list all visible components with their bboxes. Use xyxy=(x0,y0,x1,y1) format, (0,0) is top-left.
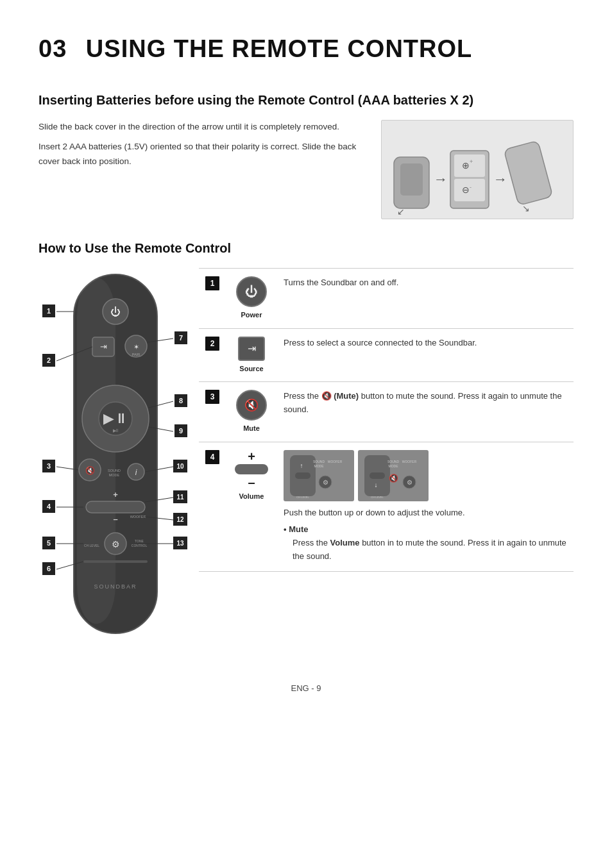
battery-section: Inserting Batteries before using the Rem… xyxy=(38,90,574,219)
svg-text:CONTROL: CONTROL xyxy=(132,544,148,547)
svg-text:⊕: ⊕ xyxy=(462,160,470,171)
svg-text:⊖: ⊖ xyxy=(462,185,470,195)
table-row-volume: 4 + – Volume xyxy=(199,442,574,571)
power-description: Turns the Soundbar on and off. xyxy=(277,269,574,329)
source-button-icon: ⇥ xyxy=(238,337,265,361)
svg-text:WOOFER: WOOFER xyxy=(328,460,343,463)
row-number-2: 2 xyxy=(205,337,219,351)
svg-text:⇥: ⇥ xyxy=(100,342,107,351)
svg-text:12: 12 xyxy=(176,516,184,523)
volume-minus-icon: – xyxy=(248,476,255,488)
svg-rect-34 xyxy=(86,501,145,513)
volume-desc-text: Push the button up or down to adjust the… xyxy=(284,508,465,517)
svg-text:9: 9 xyxy=(179,427,183,435)
svg-text:8: 8 xyxy=(179,397,183,405)
volume-slider-icon xyxy=(235,464,268,474)
table-num-2: 2 xyxy=(199,328,226,382)
svg-text:CH LEVEL: CH LEVEL xyxy=(84,544,99,547)
mute-button-icon: 🔇 xyxy=(236,390,267,421)
power-icon-cell: ⏻ Power xyxy=(226,269,277,329)
svg-text:↓: ↓ xyxy=(375,481,378,488)
volume-image-2: SOUND MODE WOOFER 🔇 ↓ ⚙ CH LEVEL xyxy=(358,450,429,501)
svg-text:✶: ✶ xyxy=(133,343,139,351)
svg-text:SOUND: SOUND xyxy=(387,460,399,463)
svg-text:13: 13 xyxy=(176,540,184,547)
remote-diagram: ⏻ ⇥ ✶ PAIR ▶⏸ ▶II 🔇 S xyxy=(38,268,192,663)
remote-section-title: How to Use the Remote Control xyxy=(38,238,574,258)
svg-text:WOOFER: WOOFER xyxy=(402,460,417,463)
svg-text:MODE: MODE xyxy=(314,464,325,468)
svg-text:↘: ↘ xyxy=(522,203,530,213)
mute-icon-cell: 🔇 Mute xyxy=(226,382,277,442)
power-symbol: ⏻ xyxy=(245,282,258,301)
svg-rect-42 xyxy=(83,560,148,563)
remote-layout: ⏻ ⇥ ✶ PAIR ▶⏸ ▶II 🔇 S xyxy=(38,268,574,663)
source-description: Press to select a source connected to th… xyxy=(277,328,574,382)
svg-text:2: 2 xyxy=(47,356,51,364)
svg-rect-85 xyxy=(295,472,310,479)
source-icon-cell: ⇥ Source xyxy=(226,328,277,382)
table-num-4: 4 xyxy=(199,442,226,571)
svg-text:SOUND: SOUND xyxy=(313,460,325,463)
svg-text:CH LEVEL: CH LEVEL xyxy=(371,496,384,499)
battery-section-title: Inserting Batteries before using the Rem… xyxy=(38,90,574,110)
svg-text:⚙: ⚙ xyxy=(323,479,328,486)
row-number-3: 3 xyxy=(205,390,219,404)
svg-text:–: – xyxy=(113,514,117,524)
remote-svg: ⏻ ⇥ ✶ PAIR ▶⏸ ▶II 🔇 S xyxy=(38,268,192,659)
feature-table: 1 ⏻ Power Turns the Soundbar on and off.… xyxy=(199,268,574,572)
remote-section: How to Use the Remote Control ⏻ ⇥ ✶ PAIR xyxy=(38,238,574,663)
volume-mute-desc: Press the Volume button in to mute the s… xyxy=(284,537,567,563)
svg-rect-95 xyxy=(370,472,385,479)
mute-bold: (Mute) xyxy=(334,391,359,401)
svg-text:+: + xyxy=(113,490,118,499)
volume-images: SOUND MODE WOOFER ↑ ⚙ CH LEVEL xyxy=(284,450,567,501)
svg-text:SOUND: SOUND xyxy=(108,469,121,472)
svg-text:▶II: ▶II xyxy=(113,428,119,433)
svg-text:⚙: ⚙ xyxy=(112,539,120,549)
svg-text:+: + xyxy=(470,158,473,165)
svg-text:TONE: TONE xyxy=(135,539,144,543)
volume-description: SOUND MODE WOOFER ↑ ⚙ CH LEVEL xyxy=(277,442,574,571)
chapter-number: 03 xyxy=(38,35,67,62)
table-num-3: 3 xyxy=(199,382,226,442)
svg-text:→: → xyxy=(493,171,507,187)
table-row-source: 2 ⇥ Source Press to select a source conn… xyxy=(199,328,574,382)
table-row-mute: 3 🔇 Mute Press the 🔇 (Mute) button to mu… xyxy=(199,382,574,442)
svg-text:CH LEVEL: CH LEVEL xyxy=(296,496,309,499)
battery-content: Slide the back cover in the direction of… xyxy=(38,120,574,219)
svg-text:5: 5 xyxy=(47,539,51,547)
svg-text:7: 7 xyxy=(179,334,183,342)
battery-text-2: Insert 2 AAA batteries (1.5V) oriented s… xyxy=(38,140,362,169)
mute-symbol: 🔇 xyxy=(244,397,259,414)
remote-table-section: 1 ⏻ Power Turns the Soundbar on and off.… xyxy=(199,268,574,572)
power-button-icon: ⏻ xyxy=(236,276,267,307)
svg-text:🔇: 🔇 xyxy=(389,473,398,483)
svg-text:i: i xyxy=(135,468,137,477)
page-title: 03 USING THE REMOTE CONTROL xyxy=(38,31,574,67)
svg-text:-: - xyxy=(470,184,472,190)
svg-text:WOOFER: WOOFER xyxy=(130,515,146,519)
svg-text:6: 6 xyxy=(47,565,51,572)
row-number-4: 4 xyxy=(205,450,219,464)
svg-text:⚙: ⚙ xyxy=(407,479,412,486)
source-symbol: ⇥ xyxy=(248,341,256,356)
chapter-title: USING THE REMOTE CONTROL xyxy=(86,35,472,62)
volume-icon-area: + – Volume xyxy=(232,450,271,502)
svg-text:🔇: 🔇 xyxy=(85,465,95,475)
svg-rect-1 xyxy=(400,163,423,196)
svg-rect-11 xyxy=(504,140,552,205)
volume-label: Volume xyxy=(239,491,264,502)
power-label: Power xyxy=(232,310,271,321)
volume-plus-icon: + xyxy=(248,450,255,463)
page-number: ENG - 9 xyxy=(38,682,574,695)
battery-text: Slide the back cover in the direction of… xyxy=(38,120,362,169)
svg-text:PAIR: PAIR xyxy=(132,353,140,356)
svg-text:11: 11 xyxy=(176,494,184,501)
table-num-1: 1 xyxy=(199,269,226,329)
svg-text:↑: ↑ xyxy=(300,462,303,469)
volume-icon-cell: + – Volume xyxy=(226,442,277,571)
mute-description: Press the 🔇 (Mute) button to mute the so… xyxy=(277,382,574,442)
svg-text:▶⏸: ▶⏸ xyxy=(103,410,128,426)
battery-illustration: → ⊕ ⊖ + - → ↙ ↘ xyxy=(387,125,567,215)
